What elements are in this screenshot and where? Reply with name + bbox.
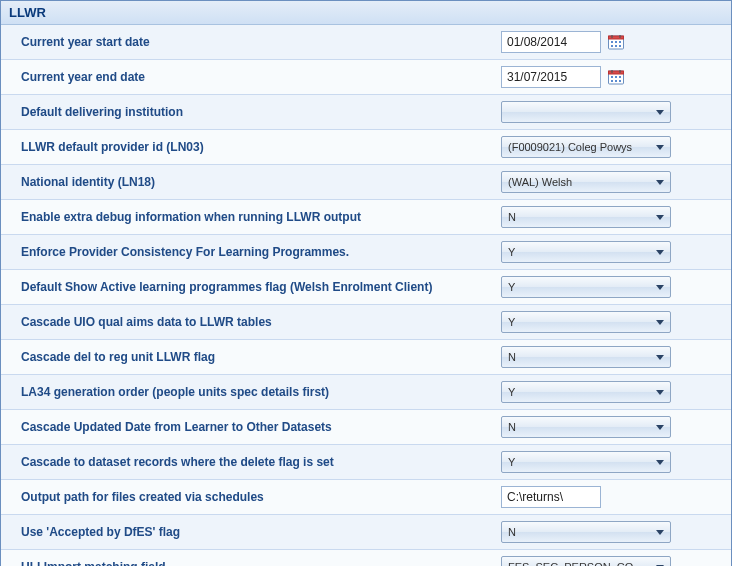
setting-label: Cascade UIO qual aims data to LLWR table… [21,315,501,329]
dropdown[interactable]: FES_SEC_PERSON_CODE [501,556,671,566]
dropdown-value: (WAL) Welsh [508,176,572,188]
chevron-down-icon [656,180,664,185]
svg-rect-1 [609,36,624,39]
svg-rect-5 [615,41,617,43]
setting-control: N [501,416,723,438]
date-input[interactable] [501,31,601,53]
svg-rect-19 [619,80,621,82]
dropdown[interactable]: Y [501,241,671,263]
setting-label: Cascade del to reg unit LLWR flag [21,350,501,364]
dropdown[interactable]: N [501,416,671,438]
dropdown[interactable]: Y [501,311,671,333]
setting-row: Cascade UIO qual aims data to LLWR table… [1,305,731,340]
setting-row: Default delivering institution [1,95,731,130]
calendar-icon[interactable] [607,33,625,51]
select-wrap: Y [501,311,671,333]
setting-label: Use 'Accepted by DfES' flag [21,525,501,539]
chevron-down-icon [656,215,664,220]
select-wrap: N [501,521,671,543]
dropdown-value: N [508,351,516,363]
setting-label: Cascade to dataset records where the del… [21,455,501,469]
setting-label: ULI Import matching field [21,560,501,566]
settings-list: Current year start dateCurrent year end … [1,25,731,566]
dropdown[interactable]: N [501,206,671,228]
setting-control: Y [501,241,723,263]
dropdown[interactable]: N [501,521,671,543]
setting-row: Enable extra debug information when runn… [1,200,731,235]
setting-control [501,486,723,508]
setting-control [501,101,723,123]
dropdown-value: Y [508,386,515,398]
setting-control: Y [501,311,723,333]
chevron-down-icon [656,425,664,430]
dropdown-value: (F0009021) Coleg Powys [508,141,632,153]
select-wrap: N [501,416,671,438]
setting-row: Cascade Updated Date from Learner to Oth… [1,410,731,445]
date-input[interactable] [501,66,601,88]
select-wrap: Y [501,381,671,403]
dropdown[interactable]: N [501,346,671,368]
setting-label: Current year start date [21,35,501,49]
select-wrap: FES_SEC_PERSON_CODE [501,556,671,566]
setting-row: LA34 generation order (people units spec… [1,375,731,410]
llwr-panel: LLWR Current year start dateCurrent year… [0,0,732,566]
dropdown[interactable]: Y [501,381,671,403]
svg-rect-11 [609,71,624,74]
setting-control: FES_SEC_PERSON_CODE [501,556,723,566]
panel-title: LLWR [1,1,731,25]
setting-label: Current year end date [21,70,501,84]
svg-rect-4 [611,41,613,43]
setting-row: National identity (LN18)(WAL) Welsh [1,165,731,200]
setting-label: Enable extra debug information when runn… [21,210,501,224]
svg-rect-8 [615,45,617,47]
select-wrap: (F0009021) Coleg Powys [501,136,671,158]
setting-control: N [501,206,723,228]
setting-control [501,66,723,88]
setting-row: ULI Import matching fieldFES_SEC_PERSON_… [1,550,731,566]
chevron-down-icon [656,530,664,535]
chevron-down-icon [656,460,664,465]
setting-label: National identity (LN18) [21,175,501,189]
chevron-down-icon [656,355,664,360]
text-input[interactable] [501,486,601,508]
select-wrap: (WAL) Welsh [501,171,671,193]
setting-control: Y [501,381,723,403]
svg-rect-16 [619,76,621,78]
setting-label: Enforce Provider Consistency For Learnin… [21,245,501,259]
setting-row: Current year end date [1,60,731,95]
select-wrap: N [501,206,671,228]
chevron-down-icon [656,250,664,255]
setting-row: Cascade del to reg unit LLWR flagN [1,340,731,375]
setting-row: Use 'Accepted by DfES' flagN [1,515,731,550]
dropdown-value: FES_SEC_PERSON_CODE [508,561,648,566]
setting-label: Default delivering institution [21,105,501,119]
dropdown-value: Y [508,456,515,468]
setting-control: Y [501,276,723,298]
dropdown-value: Y [508,281,515,293]
dropdown[interactable]: Y [501,276,671,298]
select-wrap: Y [501,276,671,298]
setting-row: Default Show Active learning programmes … [1,270,731,305]
setting-control: N [501,521,723,543]
svg-rect-6 [619,41,621,43]
select-wrap: Y [501,241,671,263]
dropdown-value: N [508,211,516,223]
select-wrap: Y [501,451,671,473]
chevron-down-icon [656,390,664,395]
dropdown[interactable]: (F0009021) Coleg Powys [501,136,671,158]
select-wrap [501,101,671,123]
dropdown[interactable]: Y [501,451,671,473]
dropdown[interactable]: (WAL) Welsh [501,171,671,193]
chevron-down-icon [656,285,664,290]
setting-row: LLWR default provider id (LN03)(F0009021… [1,130,731,165]
setting-label: Output path for files created via schedu… [21,490,501,504]
setting-label: LLWR default provider id (LN03) [21,140,501,154]
chevron-down-icon [656,110,664,115]
calendar-icon[interactable] [607,68,625,86]
setting-row: Enforce Provider Consistency For Learnin… [1,235,731,270]
dropdown[interactable] [501,101,671,123]
dropdown-value: N [508,421,516,433]
setting-label: Default Show Active learning programmes … [21,280,501,294]
svg-rect-15 [615,76,617,78]
setting-label: LA34 generation order (people units spec… [21,385,501,399]
